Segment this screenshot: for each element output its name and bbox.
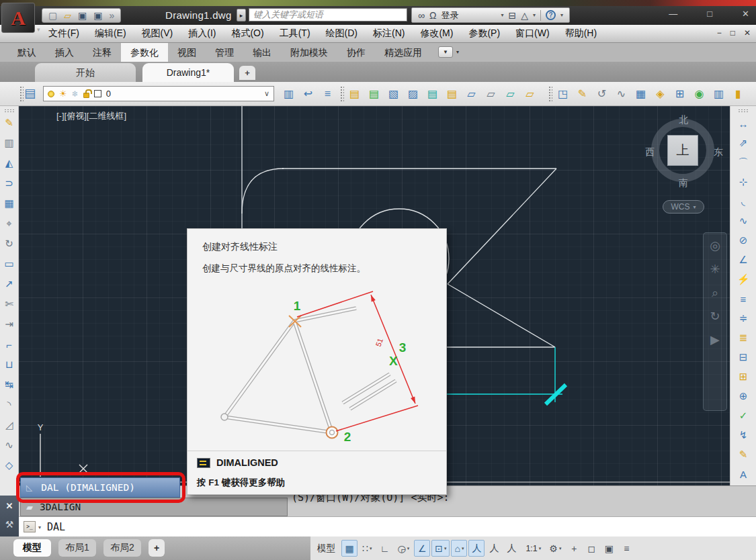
layer-states-icon[interactable]: ≡	[319, 85, 337, 103]
chevron-down-icon[interactable]: ▾	[37, 26, 40, 33]
dim-edit-icon[interactable]: ✎	[733, 446, 753, 463]
layer-isolate-icon[interactable]: ▤	[345, 85, 364, 103]
open-folder-icon[interactable]: ▱	[64, 10, 71, 21]
menu-window[interactable]: 窗口(W)	[515, 28, 550, 40]
block-attribute-manager-icon[interactable]: ⊞	[671, 85, 689, 103]
toolbar-grip[interactable]	[340, 86, 344, 102]
search-input[interactable]: 键入关键字或短语	[249, 8, 407, 21]
search-icon[interactable]: ∞	[418, 10, 425, 21]
layer-off-icon[interactable]: ▨	[404, 85, 422, 103]
array-icon[interactable]: ▦	[1, 195, 17, 212]
break-at-point-icon[interactable]: ⌐	[1, 336, 17, 353]
viewport-controls-label[interactable]: [-][俯视][二维线框]	[56, 110, 126, 122]
menu-file[interactable]: 文件(F)	[48, 28, 79, 40]
dim-arc-length-icon[interactable]: ⌒	[733, 154, 753, 171]
menu-edit[interactable]: 编辑(E)	[95, 28, 126, 40]
maximize-button[interactable]: □	[707, 9, 712, 19]
title-flyout-arrow[interactable]: ▸	[237, 9, 246, 21]
new-file-icon[interactable]: ▢	[48, 10, 57, 21]
move-icon[interactable]: ⌖	[1, 216, 17, 232]
erase-icon[interactable]: ✎	[1, 115, 17, 131]
dim-baseline-icon[interactable]: ≡	[733, 290, 753, 308]
orbit-icon[interactable]: ↻	[710, 310, 720, 322]
save-as-icon[interactable]: ▣	[93, 10, 102, 21]
viewcube-top-face[interactable]: 上	[667, 135, 698, 166]
chevron-down-icon[interactable]: ▾	[456, 49, 459, 55]
dim-space-icon[interactable]: ≣	[733, 329, 753, 346]
menu-view[interactable]: 视图(V)	[142, 28, 173, 40]
workspace-switching-icon[interactable]: ⚙▾	[546, 540, 564, 557]
full-navigation-wheel-icon[interactable]: ◎	[710, 240, 720, 252]
dim-diameter-icon[interactable]: ⊘	[733, 232, 753, 249]
wrench-icon[interactable]: ⚒	[5, 519, 14, 530]
layer-properties-icon[interactable]: ▤	[24, 86, 36, 101]
edit-attribute-icon[interactable]: ◈	[651, 85, 669, 103]
make-object-layer-current-icon[interactable]: ▥	[280, 85, 298, 103]
layer-walk-icon[interactable]: ▱	[462, 85, 480, 103]
command-input-value[interactable]: DAL	[47, 521, 65, 533]
isolate-objects-icon[interactable]: ◻	[583, 540, 599, 557]
save-icon[interactable]: ▣	[78, 10, 87, 21]
ribbon-display-toggle[interactable]: ▼ ▾	[438, 46, 459, 58]
fillet-icon[interactable]: ◝	[1, 397, 17, 413]
annotation-scale-value[interactable]: 1:1▾	[521, 540, 544, 557]
trim-icon[interactable]: ✄	[1, 296, 17, 312]
stretch-icon[interactable]: ↗	[1, 276, 17, 292]
tab-collaborate[interactable]: 协作	[337, 43, 375, 62]
tolerance-icon[interactable]: ⊞	[733, 368, 753, 385]
menu-modify[interactable]: 修改(M)	[420, 28, 453, 40]
menu-format[interactable]: 格式(O)	[231, 28, 263, 40]
dim-jog-line-icon[interactable]: ↯	[733, 426, 753, 444]
object-snap-tracking-icon[interactable]: ⊡▾	[431, 540, 450, 557]
user-icon[interactable]: Ω	[429, 10, 436, 21]
quick-dim-icon[interactable]: ⚡	[733, 271, 753, 288]
viewcube-south[interactable]: 南	[640, 177, 727, 189]
doc-minimize-button[interactable]: −	[717, 28, 722, 38]
doc-close-button[interactable]: ✕	[744, 28, 751, 38]
toolbar-grip[interactable]	[738, 109, 749, 113]
ortho-mode-icon[interactable]: ∟	[376, 540, 392, 557]
viewcube-west[interactable]: 西	[645, 146, 655, 158]
add-annotation-scales-icon[interactable]: 人	[486, 540, 502, 557]
edit-polyline-icon[interactable]: ✎	[573, 85, 591, 103]
rotate-icon[interactable]: ↻	[1, 236, 17, 252]
close-button[interactable]: ✕	[742, 9, 749, 19]
join-icon[interactable]: ↹	[1, 377, 17, 393]
menu-insert[interactable]: 插入(I)	[188, 28, 216, 40]
tab-addins[interactable]: 附加模块	[281, 43, 337, 62]
autodesk-app-icon[interactable]: △	[521, 10, 528, 21]
chamfer-icon[interactable]: ◿	[1, 417, 17, 433]
purge-broom-icon[interactable]: ▮	[729, 85, 747, 103]
tab-drawing1[interactable]: Drawing1* ✕	[142, 63, 234, 82]
break-icon[interactable]: ⊔	[1, 357, 17, 373]
close-icon[interactable]: ✕	[6, 501, 13, 511]
tab-output[interactable]: 输出	[243, 43, 281, 62]
new-layout-button[interactable]: +	[149, 539, 165, 557]
chevron-down-icon[interactable]: ∨	[264, 89, 269, 98]
minimize-button[interactable]: —	[669, 9, 677, 19]
chevron-down-icon[interactable]: ▾	[533, 12, 536, 18]
layer-select[interactable]: ☀ ❄ 0 ∨	[43, 86, 274, 101]
edit-spline-icon[interactable]: ∿	[612, 85, 630, 103]
tab-view[interactable]: 视图	[168, 43, 206, 62]
annotation-visibility-icon[interactable]: 人	[468, 540, 485, 557]
dim-angular-icon[interactable]: ∠	[733, 251, 753, 269]
object-snap-icon[interactable]: ⌂▾	[451, 540, 467, 557]
dim-continue-icon[interactable]: ≑	[733, 310, 753, 327]
tab-layout1[interactable]: 布局1	[58, 539, 96, 557]
application-menu-button[interactable]: A	[1, 3, 35, 33]
chevron-down-icon[interactable]: ▾	[560, 12, 563, 18]
viewcube-north[interactable]: 北	[640, 114, 727, 126]
tab-default[interactable]: 默认	[8, 43, 46, 62]
layer-unisolate-icon[interactable]: ▤	[365, 85, 383, 103]
doc-restore-button[interactable]: □	[730, 28, 735, 38]
customize-plus-icon[interactable]: +	[566, 540, 582, 557]
edit-arc-icon[interactable]: ↺	[593, 85, 611, 103]
menu-parametric[interactable]: 参数(P)	[468, 28, 500, 40]
group-icon[interactable]: ◳	[554, 85, 572, 103]
dim-break-icon[interactable]: ⊟	[733, 348, 753, 366]
layer-lock-icon[interactable]: ▤	[423, 85, 442, 103]
change-to-current-layer-icon[interactable]: ▱	[501, 85, 519, 103]
center-mark-icon[interactable]: ⊕	[733, 387, 753, 405]
tab-model[interactable]: 模型	[13, 539, 51, 557]
